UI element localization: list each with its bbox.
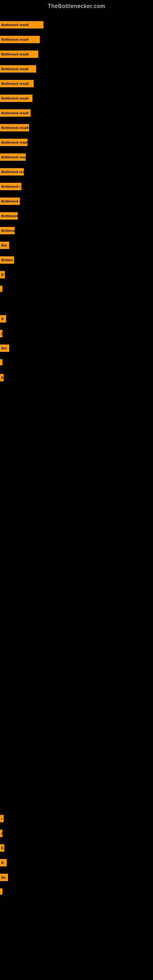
bar-row-2: Bottleneck result <box>0 36 40 43</box>
bar-row-23: Bot <box>0 345 9 352</box>
bar-label-21: B <box>0 315 6 323</box>
bar-row-6: Bottleneck result <box>0 95 32 102</box>
bar-row-60 <box>0 888 2 894</box>
bar-label-15: Bottlene <box>0 227 15 234</box>
bar-row-13: Bottleneck r <box>0 197 20 205</box>
bar-label-23: Bot <box>0 345 9 352</box>
bar-label-22: | <box>0 330 2 337</box>
bar-label-7: Bottleneck result <box>0 109 30 117</box>
bar-label-1: Bottleneck result <box>0 21 43 29</box>
bar-row-22: | <box>0 330 2 337</box>
bar-label-17: Bottlen <box>0 256 14 264</box>
bar-label-13: Bottleneck r <box>0 197 20 205</box>
bar-label-16: Bot <box>0 242 9 249</box>
bar-row-4: Bottleneck result <box>0 65 36 73</box>
bar-label-55: r <box>0 815 4 822</box>
bar-label-56: | <box>0 830 2 837</box>
site-title: TheBottlenecker.com <box>0 0 153 11</box>
bar-label-12: Bottleneck r <box>0 183 21 190</box>
bar-row-21: B <box>0 315 6 323</box>
bar-row-15: Bottlene <box>0 227 15 234</box>
bar-label-24 <box>0 359 2 365</box>
bar-row-59: Bo <box>0 874 8 881</box>
bar-row-19 <box>0 286 2 292</box>
bar-row-58: B <box>0 859 7 866</box>
bar-label-59: Bo <box>0 874 8 881</box>
bar-row-8: Bottleneck result <box>0 124 29 131</box>
bar-row-56: | <box>0 830 2 837</box>
bar-label-8: Bottleneck result <box>0 124 29 131</box>
bar-label-58: B <box>0 859 7 866</box>
bar-row-18: B <box>0 271 5 278</box>
bar-row-55: r <box>0 815 4 822</box>
bar-label-9: Bottleneck result <box>0 139 27 146</box>
bar-row-16: Bot <box>0 242 9 249</box>
bar-row-24 <box>0 359 2 365</box>
bar-label-2: Bottleneck result <box>0 36 40 43</box>
bar-label-60 <box>0 888 2 894</box>
bar-label-19 <box>0 286 2 292</box>
bar-row-14: Bottleneck r <box>0 212 18 220</box>
bar-label-5: Bottleneck result <box>0 80 33 87</box>
bar-row-5: Bottleneck result <box>0 80 33 87</box>
bar-row-3: Bottleneck result <box>0 51 38 58</box>
bar-row-10: Bottleneck result <box>0 153 26 161</box>
bar-row-11: Bottleneck res <box>0 168 24 175</box>
bar-row-7: Bottleneck result <box>0 109 30 117</box>
bar-row-25: E <box>0 374 4 381</box>
bar-label-10: Bottleneck result <box>0 153 26 161</box>
bar-row-9: Bottleneck result <box>0 139 27 146</box>
bar-label-57: E <box>0 844 4 852</box>
bar-label-11: Bottleneck res <box>0 168 24 175</box>
bar-label-4: Bottleneck result <box>0 65 36 73</box>
bar-row-1: Bottleneck result <box>0 21 43 29</box>
bar-label-3: Bottleneck result <box>0 51 38 58</box>
bar-label-18: B <box>0 271 5 278</box>
bar-row-17: Bottlen <box>0 256 14 264</box>
bar-label-14: Bottleneck r <box>0 212 18 220</box>
bar-label-25: E <box>0 374 4 381</box>
bar-row-57: E <box>0 844 4 852</box>
bar-row-12: Bottleneck r <box>0 183 21 190</box>
bar-label-6: Bottleneck result <box>0 95 32 102</box>
